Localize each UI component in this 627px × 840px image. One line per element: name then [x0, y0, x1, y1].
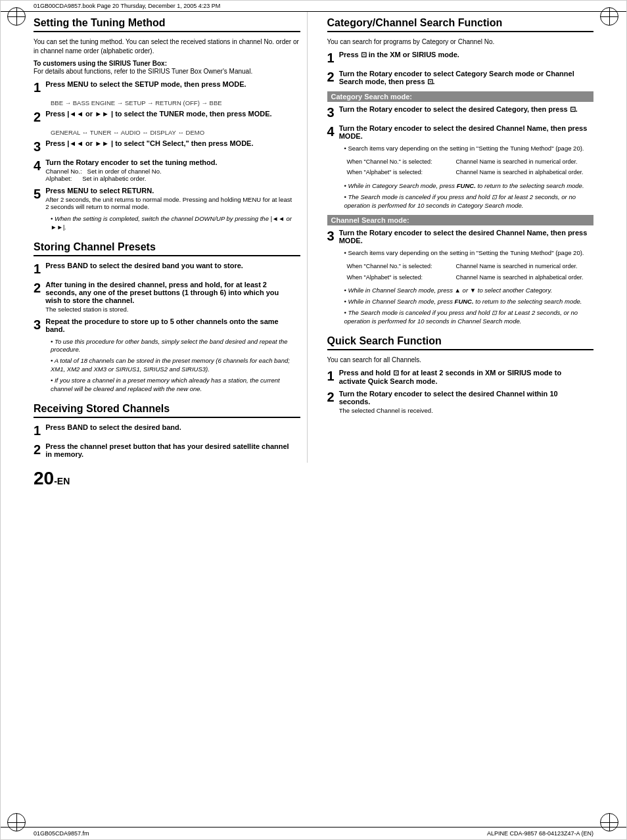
receiving-step2-bold: Press the channel preset button that has…: [45, 442, 289, 458]
chan-step3-num: 3: [327, 229, 335, 243]
cat-table-label2: When "Alphabet" is selected:: [346, 168, 453, 177]
chan-table-label1: When "Channel No." is selected:: [346, 262, 453, 271]
quick-step2-text: The selected Channel is received.: [339, 407, 589, 414]
cat-main-step1-bold: Press ⊡ in the XM or SIRIUS mode.: [339, 51, 459, 58]
cat-step4-num: 4: [327, 124, 335, 139]
storing-step-2: 2 After tuning in the desired channel, p…: [34, 281, 300, 313]
footer-left: 01GB05CDA9857.fm: [34, 830, 89, 837]
quick-step1-num: 1: [327, 369, 335, 383]
cat-main-step-1: 1 Press ⊡ in the XM or SIRIUS mode.: [327, 51, 594, 65]
tuning-bullet1: When the setting is completed, switch th…: [51, 215, 300, 232]
tuning-step1-bold: Press MENU to select the SETUP mode, the…: [45, 80, 246, 88]
content-area: Setting the Tuning Method You can set th…: [1, 12, 626, 463]
tuning-step5-text: After 2 seconds, the unit returns to nor…: [45, 196, 295, 210]
quick-intro: You can search for all Channels.: [327, 356, 594, 365]
tuning-step4-sublines: Channel No.: Set in order of channel No.…: [45, 168, 295, 182]
receiving-step1-num: 1: [34, 423, 41, 438]
quick-step2-num: 2: [327, 390, 335, 404]
tuning-step-5: 5 Press MENU to select RETURN. After 2 s…: [34, 187, 300, 210]
tuning-step4-sub2: Alphabet: Set in alphabetic order.: [45, 175, 295, 182]
storing-bullet3: If you store a channel in a preset memor…: [51, 377, 300, 394]
storing-step1-bold: Press BAND to select the desired band yo…: [45, 262, 243, 269]
cat-bullet3: The Search mode is canceled if you press…: [344, 193, 594, 210]
corner-mark-tl: [7, 7, 27, 27]
storing-step2-text: The selected station is stored.: [45, 306, 295, 313]
footer-right: ALPINE CDA-9857 68-04123Z47-A (EN): [487, 830, 593, 837]
tuning-step5-num: 5: [34, 187, 41, 201]
tuning-step2-content: Press |◄◄ or ►► | to select the TUNER mo…: [45, 110, 295, 118]
storing-step2-bold: After tuning in the desired channel, pre…: [45, 281, 279, 304]
chan-table-row2: When "Alphabet" is selected: Channel Nam…: [346, 273, 610, 283]
cat-step3-bold: Turn the Rotary encoder to select the de…: [339, 105, 578, 113]
chan-search-table: When "Channel No." is selected: Channel …: [344, 260, 611, 283]
tuning-step3-bold: Press |◄◄ or ►► | to select "CH Select,"…: [45, 139, 253, 147]
storing-step1-content: Press BAND to select the desired band yo…: [45, 262, 295, 269]
chan-step-3: 3 Turn the Rotary encoder to select the …: [327, 229, 594, 245]
receiving-step2-num: 2: [34, 442, 41, 457]
tuning-step-4: 4 Turn the Rotary encoder to set the tun…: [34, 158, 300, 182]
tuning-step2-path: GENERAL ↔ TUNER ↔ AUDIO ↔ DISPLAY ↔ DEMO: [51, 129, 300, 136]
tuning-step1-path: BBE → BASS ENGINE → SETUP → RETURN (OFF)…: [51, 99, 300, 106]
receiving-step1-content: Press BAND to select the desired band.: [45, 423, 295, 431]
storing-bullet1: To use this procedure for other bands, s…: [51, 338, 300, 355]
cat-search-table: When "Channel No." is selected: Channel …: [344, 156, 611, 179]
chan-bullet1: Search items vary depending on the setti…: [344, 249, 594, 258]
chan-step3-content: Turn the Rotary encoder to select the de…: [339, 229, 589, 245]
receiving-step2-content: Press the channel preset button that has…: [45, 442, 295, 458]
cat-step-3: 3 Turn the Rotary encoder to select the …: [327, 105, 594, 120]
chan-table-value2: Channel Name is searched in alphabetical…: [454, 273, 609, 283]
cat-step3-num: 3: [327, 105, 335, 120]
tuning-step-3: 3 Press |◄◄ or ►► | to select "CH Select…: [34, 139, 300, 154]
quick-step2-bold: Turn the Rotary encoder to select the de…: [339, 390, 558, 406]
page-number: 20: [34, 468, 54, 488]
storing-step2-num: 2: [34, 281, 41, 295]
section-quick-title: Quick Search Function: [327, 335, 594, 350]
tuning-step2-num: 2: [34, 110, 41, 124]
section-storing-title: Storing Channel Presets: [34, 241, 300, 256]
storing-step3-num: 3: [34, 317, 41, 332]
tuning-step-1: 1 Press MENU to select the SETUP mode, t…: [34, 80, 300, 95]
header-text: 01GB00CDA9857.book Page 20 Thursday, Dec…: [34, 3, 220, 9]
cat-table-row2: When "Alphabet" is selected: Channel Nam…: [346, 168, 610, 177]
section-category-title: Category/Channel Search Function: [327, 17, 594, 32]
page-suffix: -EN: [54, 476, 70, 486]
quick-step-1: 1 Press and hold ⊡ for at least 2 second…: [327, 369, 594, 385]
cat-main-step2-num: 2: [327, 70, 335, 84]
storing-step-1: 1 Press BAND to select the desired band …: [34, 262, 300, 276]
tuning-step5-content: Press MENU to select RETURN. After 2 sec…: [45, 187, 295, 210]
tuning-intro1: You can set the tuning method. You can s…: [34, 37, 300, 56]
cat-step4-content: Turn the Rotary encoder to select the de…: [339, 124, 589, 140]
storing-step3-content: Repeat the procedure to store up to 5 ot…: [45, 317, 295, 333]
tuning-step4-content: Turn the Rotary encoder to set the tunin…: [45, 158, 295, 182]
col-left: Setting the Tuning Method You can set th…: [34, 12, 308, 463]
tuning-step3-content: Press |◄◄ or ►► | to select "CH Select,"…: [45, 139, 295, 147]
cat-main-step1-num: 1: [327, 51, 335, 65]
tuning-step-2: 2 Press |◄◄ or ►► | to select the TUNER …: [34, 110, 300, 124]
storing-step2-content: After tuning in the desired channel, pre…: [45, 281, 295, 313]
cat-main-step2-bold: Turn the Rotary encoder to select Catego…: [339, 70, 574, 85]
cat-bullet1: Search items vary depending on the setti…: [344, 145, 594, 153]
quick-step-2: 2 Turn the Rotary encoder to select the …: [327, 390, 594, 414]
chan-step3-bold: Turn the Rotary encoder to select the de…: [339, 229, 588, 245]
category-intro: You can search for programs by Category …: [327, 37, 594, 47]
page-num-area: 20-EN: [1, 463, 626, 492]
tuning-step4-bold: Turn the Rotary encoder to set the tunin…: [45, 158, 217, 166]
quick-step1-bold: Press and hold ⊡ for at least 2 seconds …: [339, 369, 561, 385]
col-right: Category/Channel Search Function You can…: [321, 12, 594, 463]
tuning-step5-bold: Press MENU to select RETURN.: [45, 187, 154, 195]
cat-table-value2: Channel Name is searched in alphabetical…: [454, 168, 609, 177]
chan-search-bar: Channel Search mode:: [327, 215, 594, 225]
tuning-intro2-bold: To customers using the SIRIUS Tuner Box:: [34, 60, 300, 67]
tuning-step2-bold: Press |◄◄ or ►► | to select the TUNER mo…: [45, 110, 271, 118]
chan-bullet4: The Search mode is canceled if you press…: [344, 309, 594, 326]
cat-step4-bold: Turn the Rotary encoder to select the de…: [339, 124, 588, 140]
storing-step-3: 3 Repeat the procedure to store up to 5 …: [34, 317, 300, 333]
receiving-step-2: 2 Press the channel preset button that h…: [34, 442, 300, 458]
quick-step2-content: Turn the Rotary encoder to select the de…: [339, 390, 589, 414]
tuning-step4-sub1: Channel No.: Set in order of channel No.: [45, 168, 295, 175]
cat-bullet2: While in Category Search mode, press FUN…: [344, 182, 594, 191]
corner-mark-tr: [600, 7, 620, 27]
cat-step3-content: Turn the Rotary encoder to select the de…: [339, 105, 589, 114]
storing-step3-bold: Repeat the procedure to store up to 5 ot…: [45, 317, 279, 333]
cat-main-step2-content: Turn the Rotary encoder to select Catego…: [339, 70, 589, 86]
